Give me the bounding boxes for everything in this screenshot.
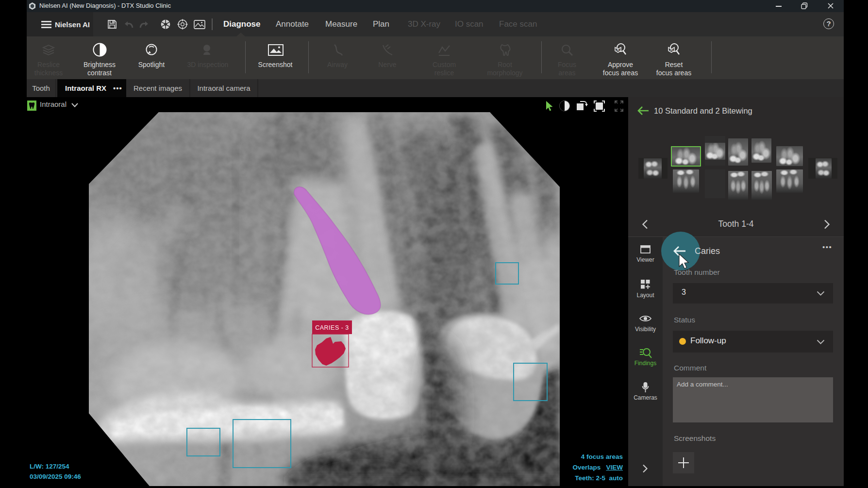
svg-text:AI: AI — [670, 48, 673, 51]
svg-text:AI: AI — [617, 48, 619, 51]
svg-text:CARIES - 3: CARIES - 3 — [315, 324, 349, 331]
